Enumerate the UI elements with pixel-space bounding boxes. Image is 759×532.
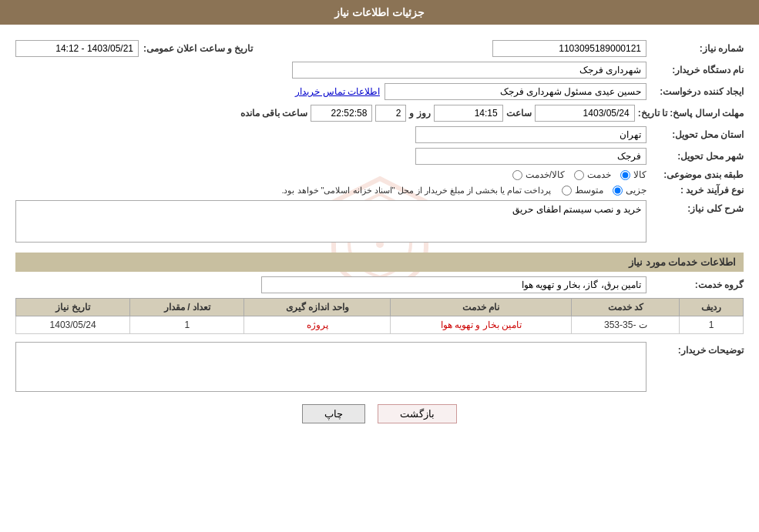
province-label: استان محل تحویل:: [651, 129, 744, 140]
need-desc-label: شرح کلی نیاز:: [651, 200, 744, 214]
buyer-desc-textarea[interactable]: [15, 342, 646, 392]
purchase-type-radio-group: جزیی متوسط: [562, 185, 646, 196]
deadline-time-input: [434, 105, 503, 122]
need-number-label: شماره نیاز:: [651, 43, 744, 54]
purchase-type-partial[interactable]: جزیی: [613, 185, 646, 196]
cell-count: 1: [130, 316, 244, 334]
service-group-label: گروه خدمت:: [651, 279, 744, 290]
need-number-input: [492, 40, 646, 57]
col-date: تاریخ نیاز: [16, 299, 130, 316]
page-title: جزئیات اطلاعات نیاز: [334, 6, 425, 18]
category-goods-label: کالا: [633, 169, 646, 180]
buyer-org-label: نام دستگاه خریدار:: [651, 65, 744, 75]
creator-input: [385, 83, 646, 100]
services-table: ردیف کد خدمت نام خدمت واحد اندازه گیری ت…: [15, 298, 744, 334]
col-unit: واحد اندازه گیری: [244, 299, 391, 316]
deadline-days-input: [375, 105, 406, 122]
deadline-remaining-label: ساعت باقی مانده: [240, 108, 308, 119]
purchase-type-note: پرداخت تمام یا بخشی از مبلغ خریدار از مح…: [281, 186, 551, 196]
city-input: [415, 148, 646, 165]
category-option-service[interactable]: خدمت: [574, 169, 611, 180]
col-row: ردیف: [680, 299, 744, 316]
deadline-remaining-input: [311, 105, 372, 122]
col-count: تعداد / مقدار: [130, 299, 244, 316]
category-option-both[interactable]: کالا/خدمت: [512, 169, 565, 180]
services-section-title: اطلاعات خدمات مورد نیاز: [15, 253, 744, 272]
category-option-goods[interactable]: کالا: [620, 169, 646, 180]
province-input: [415, 126, 646, 143]
buyer-org-input: [292, 62, 646, 79]
col-code: کد خدمت: [572, 299, 680, 316]
cell-unit: پروژه: [244, 316, 391, 334]
cell-row: 1: [680, 316, 744, 334]
creator-label: ایجاد کننده درخواست:: [651, 86, 744, 97]
print-button[interactable]: چاپ: [302, 404, 365, 423]
cell-name: تامین بخار و تهویه هوا: [391, 316, 572, 334]
deadline-label: مهلت ارسال پاسخ: تا تاریخ:: [638, 108, 744, 119]
deadline-date-input: [535, 105, 635, 122]
purchase-medium-label: متوسط: [575, 185, 603, 196]
contact-link[interactable]: اطلاعات تماس خریدار: [295, 86, 380, 97]
announce-date-label: تاریخ و ساعت اعلان عمومی:: [143, 43, 253, 54]
table-row: 1 ت -35-353 تامین بخار و تهویه هوا پروژه…: [16, 316, 744, 334]
city-label: شهر محل تحویل:: [651, 151, 744, 162]
purchase-type-label: نوع فرآیند خرید :: [651, 185, 744, 196]
category-both-label: کالا/خدمت: [526, 169, 565, 180]
page-header: جزئیات اطلاعات نیاز: [0, 0, 759, 25]
purchase-type-medium[interactable]: متوسط: [562, 185, 603, 196]
cell-date: 1403/05/24: [16, 316, 130, 334]
announce-date-input: [15, 40, 139, 57]
buttons-row: بازگشت چاپ: [15, 404, 744, 423]
category-radio-group: کالا خدمت کالا/خدمت: [512, 169, 646, 180]
purchase-partial-label: جزیی: [626, 185, 646, 196]
deadline-days-label: روز و: [409, 108, 430, 119]
cell-code: ت -35-353: [572, 316, 680, 334]
service-group-input: [261, 276, 646, 293]
buyer-desc-label: توضیحات خریدار:: [651, 342, 744, 356]
deadline-time-label: ساعت: [506, 108, 532, 119]
back-button[interactable]: بازگشت: [378, 404, 457, 423]
need-desc-textarea[interactable]: [15, 200, 646, 243]
category-label: طبقه بندی موضوعی:: [651, 169, 744, 180]
col-name: نام خدمت: [391, 299, 572, 316]
category-service-label: خدمت: [587, 169, 611, 180]
